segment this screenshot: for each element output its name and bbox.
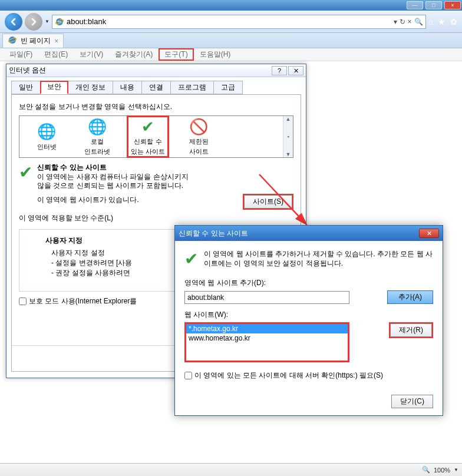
add-site-input[interactable]: [184, 291, 349, 304]
addr-dropdown-icon[interactable]: ▾: [394, 18, 397, 26]
ie-favicon-icon: [8, 35, 17, 47]
security-level-label: 이 영역에 적용할 보안 수준(L): [19, 213, 293, 223]
globe-monitor-icon: 🌐: [88, 117, 107, 136]
status-bar: 🔍 100% ▼: [0, 463, 462, 476]
tab-programs[interactable]: 프로그램: [170, 81, 214, 94]
trusted-dialog-close[interactable]: ✕: [419, 229, 439, 238]
remove-button[interactable]: 제거(R): [390, 323, 432, 337]
trusted-sites-listbox[interactable]: *.hometax.go.kr www.hometax.go.kr: [184, 322, 349, 362]
scroll-up-icon[interactable]: ▲: [286, 116, 291, 122]
menu-favorites[interactable]: 즐겨찾기(A): [109, 48, 159, 61]
protected-mode-label: 보호 모드 사용(Internet Explorer를: [29, 296, 137, 306]
require-https-label: 이 영역에 있는 모든 사이트에 대해 서버 확인(https:) 필요(S): [194, 371, 383, 381]
list-item[interactable]: www.hometax.go.kr: [186, 333, 348, 343]
dialog-close-button[interactable]: ✕: [288, 66, 303, 75]
dialog-help-button[interactable]: ?: [272, 66, 287, 75]
zone-internet[interactable]: 🌐 인터넷: [25, 123, 68, 151]
no-entry-icon: 🚫: [189, 117, 208, 136]
protected-mode-checkbox[interactable]: [19, 298, 27, 305]
add-site-label: 영역에 웹 사이트 추가(D):: [184, 278, 433, 288]
tab-content[interactable]: 내용: [113, 81, 142, 94]
zone-desc-title: 신뢰할 수 있는 사이트: [37, 163, 293, 173]
ie-favicon-icon: [55, 17, 64, 27]
favorites-icon[interactable]: ★: [438, 17, 446, 27]
zone-restricted[interactable]: 🚫 제한된 사이트: [177, 117, 220, 156]
check-green-large-icon: ✔: [19, 163, 32, 205]
zones-scrollbar[interactable]: ▲ ▪ ▼: [283, 116, 293, 157]
nav-history-dropdown[interactable]: ▼: [45, 19, 50, 24]
tab-advanced[interactable]: 고급: [213, 81, 243, 94]
tab-privacy[interactable]: 개인 정보: [68, 81, 113, 94]
tab-security[interactable]: 보안: [40, 81, 68, 94]
menu-file[interactable]: 파일(F): [4, 48, 38, 61]
menubar: 파일(F) 편집(E) 보기(V) 즐겨찾기(A) 도구(T) 도움말(H): [0, 48, 462, 61]
check-green-icon: ✔: [138, 117, 157, 136]
tab-connections[interactable]: 연결: [141, 81, 171, 94]
trusted-desc: 이 영역에 웹 사이트를 추가하거나 제거할 수 있습니다. 추가한 모든 웹 …: [204, 249, 433, 269]
search-icon[interactable]: 🔍: [414, 18, 423, 26]
zoom-dropdown-icon[interactable]: ▼: [454, 467, 458, 472]
refresh-icon[interactable]: ↻: [400, 18, 405, 26]
menu-help[interactable]: 도움말(H): [194, 48, 237, 61]
tab-close-icon[interactable]: ×: [54, 37, 58, 45]
forward-button[interactable]: [25, 13, 42, 31]
close-button[interactable]: 닫기(C): [391, 395, 433, 408]
tab-general[interactable]: 일반: [11, 81, 41, 94]
zones-listbox: 🌐 인터넷 🌐 로컬 인트라넷 ✔ 신뢰할 수 있는 사이트 🚫: [19, 115, 293, 158]
globe-icon: 🌐: [37, 123, 56, 141]
menu-tools[interactable]: 도구(T): [159, 48, 193, 61]
tab-title: 빈 페이지: [21, 36, 51, 46]
zoom-icon[interactable]: 🔍: [422, 466, 430, 474]
dialog-title: 인터넷 옵션: [9, 65, 46, 75]
scroll-down-icon[interactable]: ▼: [286, 151, 291, 157]
sites-list-label: 웹 사이트(W):: [184, 310, 433, 320]
zone-intranet[interactable]: 🌐 로컬 인트라넷: [76, 117, 118, 156]
stop-icon[interactable]: ×: [408, 18, 412, 26]
svg-point-2: [9, 37, 16, 44]
zoom-level[interactable]: 100%: [434, 467, 450, 474]
zone-desc-body: 이 영역에는 사용자 컴퓨터나 파일을 손상시키지 않을 것으로 신뢰되는 웹 …: [37, 173, 190, 190]
window-maximize[interactable]: □: [425, 1, 442, 9]
browser-tab[interactable]: 빈 페이지 ×: [2, 34, 64, 48]
back-button[interactable]: [5, 13, 22, 31]
zone-select-label: 보안 설정을 보거나 변경할 영역을 선택하십시오.: [19, 102, 293, 112]
sites-button[interactable]: 사이트(S): [244, 195, 292, 209]
menu-edit[interactable]: 편집(E): [38, 48, 74, 61]
home-icon[interactable]: ⌂: [428, 17, 433, 27]
list-item[interactable]: *.hometax.go.kr: [186, 324, 348, 333]
window-minimize[interactable]: —: [407, 1, 423, 9]
address-input[interactable]: [67, 17, 391, 26]
menu-view[interactable]: 보기(V): [74, 48, 109, 61]
tools-gear-icon[interactable]: ✿: [450, 17, 457, 27]
require-https-checkbox[interactable]: [184, 372, 192, 379]
add-button[interactable]: 추가(A): [387, 290, 433, 304]
zone-trusted[interactable]: ✔ 신뢰할 수 있는 사이트: [127, 115, 169, 158]
window-close[interactable]: ×: [444, 1, 461, 9]
trusted-dialog-title: 신뢰할 수 있는 사이트: [179, 229, 248, 239]
trusted-sites-dialog: 신뢰할 수 있는 사이트 ✕ ✔ 이 영역에 웹 사이트를 추가하거나 제거할 …: [174, 225, 443, 416]
check-green-large-icon: ✔: [184, 249, 198, 269]
